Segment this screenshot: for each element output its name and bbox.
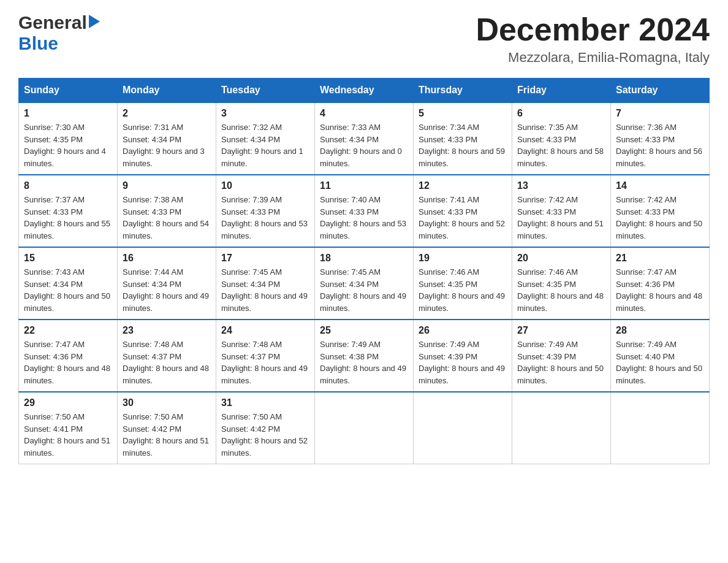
daylight-label: Daylight: 8 hours and 54 bbox=[123, 219, 209, 228]
day-number: 16 bbox=[123, 253, 211, 264]
sunset-label: Sunset: 4:33 PM bbox=[517, 207, 576, 216]
sunset-label: Sunset: 4:42 PM bbox=[221, 424, 280, 434]
sunrise-label: Sunrise: 7:37 AM bbox=[24, 195, 85, 204]
sunset-label: Sunset: 4:39 PM bbox=[517, 352, 576, 361]
header-sunday: Sunday bbox=[19, 79, 118, 103]
sunset-label: Sunset: 4:33 PM bbox=[221, 207, 280, 216]
sunset-label: Sunset: 4:40 PM bbox=[616, 352, 675, 361]
calendar-day-29: 29 Sunrise: 7:50 AM Sunset: 4:41 PM Dayl… bbox=[19, 392, 118, 464]
sunrise-label: Sunrise: 7:49 AM bbox=[320, 340, 381, 349]
sunset-label: Sunset: 4:34 PM bbox=[123, 135, 181, 144]
sunrise-label: Sunrise: 7:45 AM bbox=[221, 267, 282, 277]
calendar-day-6: 6 Sunrise: 7:35 AM Sunset: 4:33 PM Dayli… bbox=[512, 102, 611, 175]
calendar-day-16: 16 Sunrise: 7:44 AM Sunset: 4:34 PM Dayl… bbox=[118, 247, 216, 320]
calendar-day-28: 28 Sunrise: 7:49 AM Sunset: 4:40 PM Dayl… bbox=[611, 320, 710, 392]
calendar-day-11: 11 Sunrise: 7:40 AM Sunset: 4:33 PM Dayl… bbox=[315, 175, 414, 247]
day-number: 4 bbox=[320, 108, 408, 119]
calendar-table: Sunday Monday Tuesday Wednesday Thursday… bbox=[18, 78, 710, 464]
calendar-day-21: 21 Sunrise: 7:47 AM Sunset: 4:36 PM Dayl… bbox=[611, 247, 710, 320]
day-info: Sunrise: 7:49 AM Sunset: 4:40 PM Dayligh… bbox=[616, 339, 704, 386]
daylight-continuation: minutes. bbox=[24, 376, 54, 385]
calendar-day-19: 19 Sunrise: 7:46 AM Sunset: 4:35 PM Dayl… bbox=[414, 247, 512, 320]
sunset-label: Sunset: 4:33 PM bbox=[24, 207, 83, 216]
daylight-label: Daylight: 8 hours and 49 bbox=[221, 291, 308, 301]
sunset-label: Sunset: 4:34 PM bbox=[24, 280, 83, 289]
daylight-continuation: minutes. bbox=[221, 304, 251, 313]
daylight-continuation: minutes. bbox=[419, 231, 449, 240]
sunset-label: Sunset: 4:33 PM bbox=[517, 135, 576, 144]
daylight-label: Daylight: 8 hours and 49 bbox=[419, 291, 505, 301]
calendar-day-22: 22 Sunrise: 7:47 AM Sunset: 4:36 PM Dayl… bbox=[19, 320, 118, 392]
calendar-day-9: 9 Sunrise: 7:38 AM Sunset: 4:33 PM Dayli… bbox=[118, 175, 216, 247]
day-number: 8 bbox=[24, 180, 112, 191]
sunrise-label: Sunrise: 7:41 AM bbox=[419, 195, 479, 204]
daylight-label: Daylight: 8 hours and 50 bbox=[616, 364, 702, 373]
sunset-label: Sunset: 4:34 PM bbox=[123, 280, 181, 289]
day-info: Sunrise: 7:46 AM Sunset: 4:35 PM Dayligh… bbox=[419, 266, 507, 314]
day-info: Sunrise: 7:45 AM Sunset: 4:34 PM Dayligh… bbox=[221, 266, 309, 314]
sunrise-label: Sunrise: 7:30 AM bbox=[24, 123, 85, 132]
sunrise-label: Sunrise: 7:40 AM bbox=[320, 195, 381, 204]
daylight-continuation: minutes. bbox=[616, 159, 646, 168]
title-section: December 2024 Mezzolara, Emilia-Romagna,… bbox=[476, 12, 710, 66]
daylight-label: Daylight: 8 hours and 50 bbox=[616, 219, 702, 228]
daylight-label: Daylight: 8 hours and 53 bbox=[320, 219, 406, 228]
calendar-day-15: 15 Sunrise: 7:43 AM Sunset: 4:34 PM Dayl… bbox=[19, 247, 118, 320]
daylight-continuation: minutes. bbox=[24, 304, 54, 313]
day-number: 3 bbox=[221, 108, 309, 119]
day-number: 7 bbox=[616, 108, 704, 119]
daylight-label: Daylight: 8 hours and 55 bbox=[24, 219, 110, 228]
calendar-empty-cell bbox=[414, 392, 512, 464]
daylight-label: Daylight: 9 hours and 3 bbox=[123, 147, 205, 156]
day-info: Sunrise: 7:36 AM Sunset: 4:33 PM Dayligh… bbox=[616, 121, 704, 169]
calendar-week-row: 22 Sunrise: 7:47 AM Sunset: 4:36 PM Dayl… bbox=[19, 320, 710, 392]
day-info: Sunrise: 7:33 AM Sunset: 4:34 PM Dayligh… bbox=[320, 121, 408, 169]
day-info: Sunrise: 7:43 AM Sunset: 4:34 PM Dayligh… bbox=[24, 266, 112, 314]
calendar-day-23: 23 Sunrise: 7:48 AM Sunset: 4:37 PM Dayl… bbox=[118, 320, 216, 392]
daylight-label: Daylight: 8 hours and 50 bbox=[517, 364, 604, 373]
daylight-label: Daylight: 8 hours and 49 bbox=[419, 364, 505, 373]
daylight-label: Daylight: 8 hours and 52 bbox=[419, 219, 505, 228]
sunrise-label: Sunrise: 7:50 AM bbox=[123, 412, 183, 421]
daylight-label: Daylight: 8 hours and 48 bbox=[24, 364, 110, 373]
sunrise-label: Sunrise: 7:33 AM bbox=[320, 123, 381, 132]
header-wednesday: Wednesday bbox=[315, 79, 414, 103]
daylight-continuation: minutes. bbox=[320, 159, 350, 168]
daylight-continuation: minutes. bbox=[221, 448, 251, 458]
daylight-continuation: minutes. bbox=[616, 376, 646, 385]
calendar-day-14: 14 Sunrise: 7:42 AM Sunset: 4:33 PM Dayl… bbox=[611, 175, 710, 247]
day-number: 13 bbox=[517, 180, 605, 191]
day-number: 21 bbox=[616, 253, 704, 264]
daylight-label: Daylight: 8 hours and 49 bbox=[320, 364, 406, 373]
sunset-label: Sunset: 4:33 PM bbox=[320, 207, 379, 216]
calendar-header-row: Sunday Monday Tuesday Wednesday Thursday… bbox=[19, 79, 710, 103]
calendar-day-17: 17 Sunrise: 7:45 AM Sunset: 4:34 PM Dayl… bbox=[216, 247, 315, 320]
header-friday: Friday bbox=[512, 79, 611, 103]
daylight-continuation: minutes. bbox=[517, 304, 547, 313]
calendar-week-row: 29 Sunrise: 7:50 AM Sunset: 4:41 PM Dayl… bbox=[19, 392, 710, 464]
calendar-day-24: 24 Sunrise: 7:48 AM Sunset: 4:37 PM Dayl… bbox=[216, 320, 315, 392]
sunset-label: Sunset: 4:37 PM bbox=[221, 352, 280, 361]
sunset-label: Sunset: 4:42 PM bbox=[123, 424, 181, 434]
sunrise-label: Sunrise: 7:38 AM bbox=[123, 195, 183, 204]
daylight-continuation: minutes. bbox=[419, 304, 449, 313]
daylight-continuation: minutes. bbox=[123, 231, 153, 240]
day-info: Sunrise: 7:34 AM Sunset: 4:33 PM Dayligh… bbox=[419, 121, 507, 169]
calendar-day-12: 12 Sunrise: 7:41 AM Sunset: 4:33 PM Dayl… bbox=[414, 175, 512, 247]
day-number: 22 bbox=[24, 325, 112, 336]
header-monday: Monday bbox=[118, 79, 216, 103]
page-header: General Blue December 2024 Mezzolara, Em… bbox=[18, 12, 710, 66]
daylight-continuation: minutes. bbox=[517, 159, 547, 168]
calendar-week-row: 8 Sunrise: 7:37 AM Sunset: 4:33 PM Dayli… bbox=[19, 175, 710, 247]
daylight-continuation: minutes. bbox=[419, 159, 449, 168]
day-info: Sunrise: 7:39 AM Sunset: 4:33 PM Dayligh… bbox=[221, 194, 309, 242]
day-number: 19 bbox=[419, 253, 507, 264]
daylight-continuation: minutes. bbox=[517, 231, 547, 240]
day-info: Sunrise: 7:42 AM Sunset: 4:33 PM Dayligh… bbox=[616, 194, 704, 242]
daylight-continuation: minutes. bbox=[616, 304, 646, 313]
day-info: Sunrise: 7:49 AM Sunset: 4:38 PM Dayligh… bbox=[320, 339, 408, 386]
daylight-continuation: minutes. bbox=[123, 159, 153, 168]
day-info: Sunrise: 7:50 AM Sunset: 4:42 PM Dayligh… bbox=[123, 411, 211, 459]
sunrise-label: Sunrise: 7:36 AM bbox=[616, 123, 677, 132]
sunrise-label: Sunrise: 7:39 AM bbox=[221, 195, 282, 204]
